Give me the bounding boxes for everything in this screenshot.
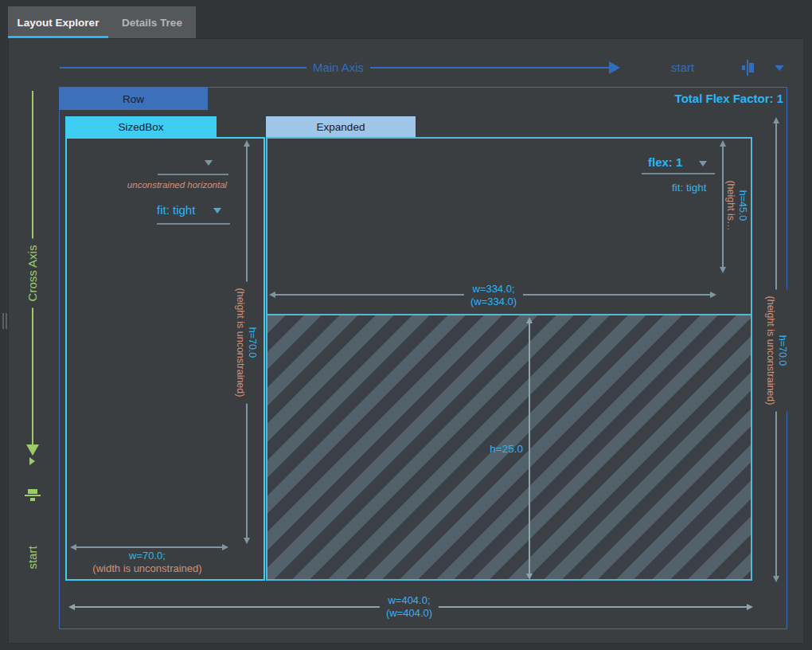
- tab-details-tree[interactable]: Details Tree: [108, 6, 196, 38]
- expanded-flex-dropdown[interactable]: flex: 1: [648, 155, 682, 169]
- expanded-child-divider: [267, 314, 751, 315]
- main-axis-label: Main Axis: [306, 60, 370, 76]
- sizedbox-size-chevron-down-icon[interactable]: [205, 160, 213, 166]
- expanded-widget-title: Expanded: [317, 121, 365, 133]
- main-axis-alignment-chevron-down-icon[interactable]: [775, 65, 784, 71]
- sizedbox-height-measure-label: h=70.0 (height is unconstrained): [233, 282, 259, 404]
- cross-axis-label: Cross Axis: [25, 239, 41, 308]
- cross-axis-alignment-value[interactable]: start: [25, 546, 40, 569]
- main-axis-arrowhead-icon: [609, 61, 620, 74]
- free-space-height-label: h=25.0: [479, 443, 523, 455]
- panel-splitter-grip-2[interactable]: [6, 313, 7, 329]
- sizedbox-fit-dropdown[interactable]: fit: tight: [157, 203, 195, 217]
- sizedbox-widget-tab[interactable]: SizedBox: [65, 116, 217, 137]
- free-space-height-arrow: [525, 318, 533, 579]
- expanded-height-measure-label: h=45.0 (height is…: [724, 180, 748, 230]
- sizedbox-width-measure-label: w=70.0; (width is unconstrained): [92, 550, 201, 574]
- total-flex-factor-label: Total Flex Factor: 1: [675, 92, 783, 105]
- expanded-flex-chevron-down-icon[interactable]: [699, 161, 707, 166]
- cross-axis-alignment-chevron-icon[interactable]: [29, 457, 35, 465]
- cross-axis-arrowhead-icon: [26, 444, 39, 456]
- tab-details-tree-label: Details Tree: [122, 17, 182, 29]
- row-width-measure-label: w=404.0; (w=404.0): [380, 593, 439, 620]
- expanded-fit-label: fit: tight: [672, 182, 707, 194]
- row-widget-title: Row: [123, 93, 144, 105]
- cross-axis-alignment-icon[interactable]: [24, 487, 41, 504]
- sizedbox-size-hint: unconstrained horizontal: [119, 180, 235, 190]
- sizedbox-fit-chevron-down-icon[interactable]: [213, 208, 221, 213]
- row-height-measure-label: h=70.0 (height is unconstrained): [763, 290, 789, 412]
- expanded-width-measure-label: w=334.0; (w=334.0): [464, 282, 523, 308]
- tab-layout-explorer-label: Layout Explorer: [18, 17, 100, 29]
- sizedbox-fit-dropdown-underline: [157, 223, 230, 225]
- main-axis-alignment-value[interactable]: start: [671, 61, 694, 74]
- sizedbox-size-dropdown-underline: [158, 174, 228, 175]
- tab-layout-explorer[interactable]: Layout Explorer: [8, 6, 108, 38]
- expanded-flex-dropdown-underline: [642, 173, 715, 174]
- expanded-widget-tab[interactable]: Expanded: [266, 116, 416, 137]
- main-axis-alignment-icon[interactable]: [739, 59, 756, 76]
- row-widget-tab[interactable]: Row: [59, 88, 208, 110]
- panel-splitter-grip[interactable]: [2, 313, 4, 329]
- sizedbox-widget-title: SizedBox: [118, 121, 163, 133]
